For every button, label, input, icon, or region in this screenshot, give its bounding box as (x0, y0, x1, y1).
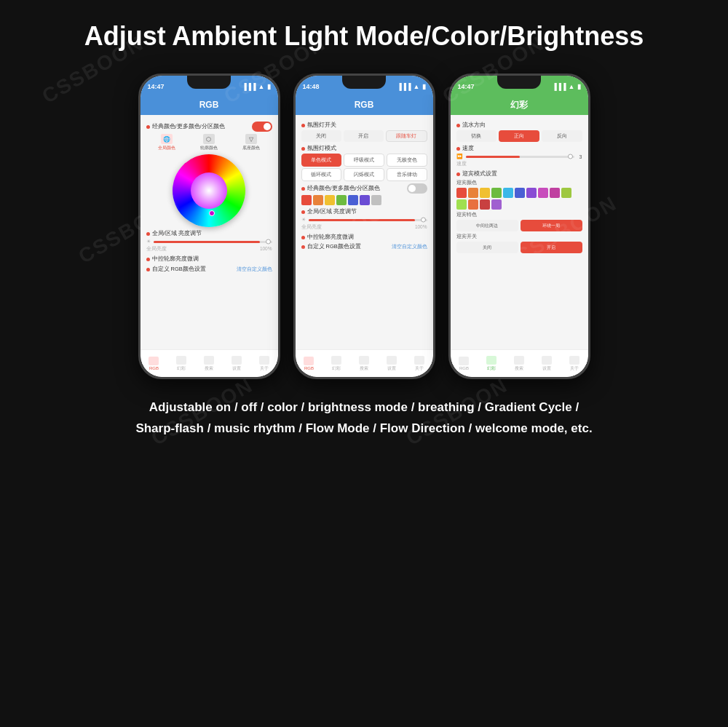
tab-settings-1[interactable]: 设置 (232, 356, 242, 372)
tab-settings-2[interactable]: 设置 (387, 356, 397, 372)
dir-switch[interactable]: 切换 (456, 130, 497, 142)
time-2: 14:48 (303, 83, 320, 90)
cg-swatch-14[interactable] (491, 199, 502, 210)
tab-about-3[interactable]: 关于 (569, 356, 579, 372)
slider-track-2[interactable] (309, 219, 427, 221)
custom-row: 自定义 RGB颜色设置 清空自定义颜色 (146, 266, 272, 273)
welcome-switch-row: 关闭 开启 (456, 242, 582, 253)
slider-track-1[interactable] (154, 241, 272, 243)
welcome-open[interactable]: 开启 (521, 242, 582, 253)
sun-icon-2: ☀ (301, 217, 306, 223)
switch-close[interactable]: 关闭 (301, 130, 341, 142)
cg-swatch-1[interactable] (456, 188, 467, 198)
special-circle[interactable]: 环绕一周 (521, 220, 582, 231)
wifi-icon: ▲ (258, 83, 265, 90)
cg-swatch-5[interactable] (503, 188, 513, 198)
status-icons-1: ▐▐▐ ▲ ▮ (242, 83, 270, 90)
color-grid (456, 188, 582, 210)
cg-swatch-6[interactable] (515, 188, 525, 198)
cg-swatch-9[interactable] (550, 188, 560, 198)
swatch-purple[interactable] (360, 195, 370, 205)
color-wheel[interactable] (173, 154, 245, 227)
tab-rgb-1[interactable]: RGB (149, 357, 159, 370)
cg-swatch-12[interactable] (468, 199, 478, 210)
swatch-gray[interactable] (371, 195, 381, 205)
tab-fantasy-1[interactable]: 幻彩 (176, 356, 186, 372)
mode-breath[interactable]: 呼吸模式 (344, 154, 384, 167)
dot-4 (146, 268, 150, 271)
welcome-close[interactable]: 关闭 (456, 242, 518, 253)
switch-open[interactable]: 开启 (344, 130, 384, 142)
icon-box-outline: ⬡ (203, 134, 215, 144)
mode-gradient[interactable]: 无极变色 (387, 154, 427, 167)
tab-icon-settings-3 (542, 356, 552, 365)
color-section: 经典颜色/更多颜色/分区颜色 (301, 183, 427, 194)
cg-swatch-10[interactable] (561, 188, 571, 198)
cg-swatch-13[interactable] (480, 199, 490, 210)
tab-fantasy-2[interactable]: 幻彩 (331, 356, 341, 372)
toggle-switch-1[interactable] (252, 122, 272, 132)
mode-row-1: 单色模式 呼吸模式 无极变色 (301, 154, 427, 167)
icon-outline[interactable]: ⬡ 轮廓颜色 (200, 134, 218, 151)
custom-link-2[interactable]: 清空自定义颜色 (392, 244, 427, 250)
toggle-1[interactable] (252, 122, 272, 132)
special-center[interactable]: 中间往两边 (456, 220, 518, 231)
tab-about-1[interactable]: 关于 (259, 356, 269, 372)
cg-swatch-2[interactable] (468, 188, 478, 198)
custom-label: 自定义 RGB颜色设置 (146, 266, 206, 273)
desc-line-1: Adjustable on / off / color / brightness… (22, 397, 706, 418)
toggle-2[interactable] (407, 183, 427, 194)
cg-swatch-4[interactable] (491, 188, 502, 198)
dir-reverse[interactable]: 反向 (542, 130, 582, 142)
tab-icon-fantasy-2 (331, 356, 341, 365)
slider-row-1: ☀ (146, 239, 272, 245)
notch-1 (187, 76, 231, 89)
tab-icon-search (204, 356, 214, 365)
swatch-red[interactable] (301, 195, 312, 205)
tab-about-2[interactable]: 关于 (414, 356, 424, 372)
cg-swatch-8[interactable] (538, 188, 548, 198)
color-section-label: 经典颜色/更多颜色/分区颜色 (301, 185, 380, 192)
swatch-green[interactable] (336, 195, 347, 205)
mode-single[interactable]: 单色模式 (301, 154, 342, 167)
sun-icon: ☀ (146, 239, 151, 245)
tab-search-3[interactable]: 搜索 (514, 356, 524, 372)
mode-cycle[interactable]: 循环模式 (301, 168, 342, 181)
mode-music[interactable]: 音乐律动 (387, 168, 427, 181)
slider-thumb-2 (421, 218, 426, 223)
dir-forward[interactable]: 正向 (499, 130, 539, 142)
swatch-orange[interactable] (313, 195, 323, 205)
cg-swatch-3[interactable] (480, 188, 490, 198)
slider-track-3[interactable] (466, 156, 574, 158)
tab-search-1[interactable]: 搜索 (204, 356, 214, 372)
icon-row-1: 🌐 全局颜色 ⬡ 轮廓颜色 ▽ 底座颜色 (146, 134, 272, 151)
phones-container: 14:47 ▐▐▐ ▲ ▮ RGB 经典颜色/更多颜色/分区颜色 (0, 66, 728, 386)
swatch-blue[interactable] (348, 195, 358, 205)
speed-label: 速度 (456, 145, 582, 152)
color-wheel-inner (191, 172, 227, 209)
icon-global[interactable]: 🌐 全局颜色 (158, 134, 175, 151)
dot-3 (146, 258, 150, 261)
dot (146, 125, 150, 129)
swatch-yellow[interactable] (325, 195, 335, 205)
tab-search-2[interactable]: 搜索 (359, 356, 369, 372)
tab-fantasy-3[interactable]: 幻彩 (486, 356, 496, 372)
special-row: 中间往两边 环绕一周 (456, 220, 582, 231)
tab-settings-3[interactable]: 设置 (542, 356, 552, 372)
dot-s4 (301, 210, 305, 214)
fine-tune-2: 中控轮廓亮度微调 (301, 234, 427, 241)
tab-rgb-3[interactable]: RGB (459, 357, 469, 370)
tab-rgb-2[interactable]: RGB (304, 357, 314, 370)
mode-flash[interactable]: 闪烁模式 (344, 168, 384, 181)
custom-link[interactable]: 清空自定义颜色 (237, 266, 272, 273)
app-header-2: RGB (296, 95, 433, 115)
icon-label-outline: 轮廓颜色 (200, 145, 218, 151)
switch-follow[interactable]: 跟随车灯 (386, 130, 427, 142)
app-header-1: RGB (141, 95, 278, 115)
status-icons-3: ▐▐▐ ▲ ▮ (552, 83, 580, 90)
description: Adjustable on / off / color / brightness… (0, 386, 728, 443)
icon-base[interactable]: ▽ 底座颜色 (242, 134, 260, 151)
switch-row: 关闭 开启 跟随车灯 (301, 130, 427, 142)
cg-swatch-7[interactable] (526, 188, 537, 198)
cg-swatch-11[interactable] (456, 199, 467, 210)
